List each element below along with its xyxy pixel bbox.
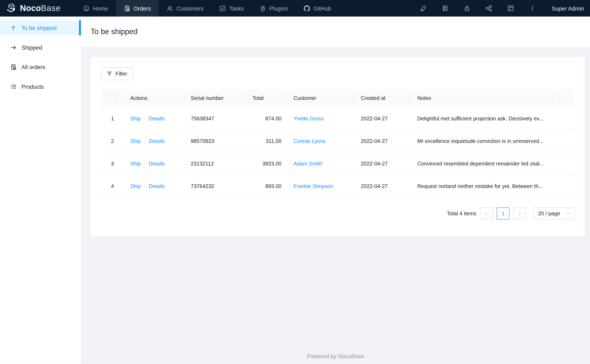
smile-icon — [83, 5, 90, 12]
column-header-created-at: Created at — [355, 89, 411, 107]
top-navigation: Home Orders — [75, 0, 339, 17]
pagination-page-1[interactable]: 1 — [497, 208, 510, 219]
row-serial-number: 98570923 — [185, 130, 246, 152]
customer-link[interactable]: Adam Smith — [293, 160, 322, 166]
table-row: 4 ShipDetails 73764232 893.00 Frankie Si… — [101, 175, 575, 197]
ship-link[interactable]: Ship — [130, 138, 141, 144]
arrow-right-icon — [10, 44, 17, 51]
page-header: To be shipped — [81, 17, 590, 47]
file-done-icon — [10, 64, 17, 70]
lock-icon[interactable] — [456, 0, 478, 17]
logo-text-base: Base — [41, 3, 61, 13]
row-actions: ShipDetails — [124, 152, 185, 175]
nocobase-logo-icon — [5, 3, 17, 14]
sidebar-item-shipped[interactable]: Shipped — [0, 40, 81, 55]
row-index: 1 — [101, 107, 124, 130]
ellipsis-vertical-icon[interactable] — [522, 0, 543, 17]
pagination: Total 4 items 1 — [101, 208, 575, 219]
nav-item-label: Customers — [176, 5, 204, 12]
row-created-at: 2022-04-27 — [355, 175, 411, 197]
arrow-up-icon — [10, 25, 17, 31]
sidebar-item-label: Products — [21, 83, 44, 90]
sidebar: To be shipped Shipped — [0, 17, 81, 364]
layout: To be shipped Shipped — [0, 17, 590, 364]
row-created-at: 2022-04-27 — [355, 107, 411, 130]
nav-item-label: Home — [93, 5, 108, 12]
table-row: 2 ShipDetails 98570923 311.00 Connie Lyo… — [101, 130, 575, 152]
sidebar-item-label: To be shipped — [21, 25, 57, 31]
select-all-checkbox[interactable] — [110, 95, 115, 101]
row-index: 2 — [101, 130, 124, 152]
nav-item-plugins[interactable]: Plugins — [252, 0, 296, 17]
row-actions: ShipDetails — [124, 175, 185, 197]
sidebar-item-products[interactable]: Products — [0, 79, 81, 94]
column-header-actions: Actions — [124, 89, 185, 107]
customer-link[interactable]: Frankie Simpson — [293, 183, 333, 189]
filter-button-label: Filter — [115, 71, 127, 77]
row-customer: Frankie Simpson — [288, 175, 355, 197]
details-link[interactable]: Details — [149, 183, 165, 189]
row-total: 893.00 — [246, 175, 288, 197]
app-window: NocoBase Home — [0, 0, 590, 364]
table-row: 1 ShipDetails 75638347 874.00 Yvette Gro… — [101, 107, 575, 130]
customer-link[interactable]: Connie Lyons — [293, 138, 326, 144]
sidebar-item-all-orders[interactable]: All orders — [0, 59, 81, 74]
nav-item-github[interactable]: GitHub — [296, 0, 339, 17]
pagination-next-button[interactable] — [513, 208, 526, 219]
pagination-total: Total 4 items — [447, 211, 476, 216]
details-link[interactable]: Details — [149, 115, 165, 121]
customer-link[interactable]: Yvette Gross — [293, 115, 324, 121]
nav-item-home[interactable]: Home — [75, 0, 116, 17]
nav-item-orders[interactable]: Orders — [116, 0, 159, 17]
row-created-at: 2022-04-27 — [355, 152, 411, 175]
details-link[interactable]: Details — [149, 138, 165, 144]
table-header-spacer — [559, 89, 575, 107]
column-header-total: Total — [246, 89, 288, 107]
topbar-tools — [412, 0, 544, 17]
row-total: 311.00 — [246, 130, 288, 152]
partition-icon[interactable] — [478, 0, 500, 17]
nav-item-label: Tasks — [229, 5, 244, 12]
row-spacer — [559, 107, 575, 130]
row-spacer — [559, 130, 575, 152]
column-header-customer: Customer — [288, 89, 355, 107]
row-total: 874.00 — [246, 107, 288, 130]
logo[interactable]: NocoBase — [0, 0, 75, 17]
team-icon — [167, 5, 173, 12]
highlighter-icon[interactable] — [412, 0, 434, 17]
row-total: 3923.00 — [246, 152, 288, 175]
unordered-list-icon — [10, 83, 17, 90]
row-notes: Mr excellence inquietude conviction is i… — [411, 130, 559, 152]
action-divider — [145, 138, 145, 143]
filter-icon — [107, 71, 112, 76]
row-serial-number: 23132112 — [185, 152, 246, 175]
layout-icon[interactable] — [500, 0, 522, 17]
ship-link[interactable]: Ship — [130, 115, 141, 121]
database-icon[interactable] — [434, 0, 456, 17]
nav-item-tasks[interactable]: Tasks — [212, 0, 252, 17]
sidebar-item-to-be-shipped[interactable]: To be shipped — [0, 20, 81, 35]
nav-item-label: Plugins — [269, 5, 288, 12]
page-size-select[interactable]: 20 / page — [533, 208, 575, 219]
row-actions: ShipDetails — [124, 107, 185, 130]
file-done-icon — [124, 5, 130, 12]
sidebar-item-label: All orders — [21, 64, 45, 70]
page-size-value: 20 / page — [538, 211, 560, 216]
row-index: 4 — [101, 175, 124, 197]
row-spacer — [559, 152, 575, 175]
ship-link[interactable]: Ship — [130, 183, 141, 189]
ship-link[interactable]: Ship — [130, 160, 141, 166]
chevron-down-icon — [566, 212, 570, 215]
nav-item-customers[interactable]: Customers — [159, 0, 212, 17]
row-serial-number: 73764232 — [185, 175, 246, 197]
row-customer: Connie Lyons — [288, 130, 355, 152]
row-serial-number: 75638347 — [185, 107, 246, 130]
row-index: 3 — [101, 152, 124, 175]
orders-table: Actions Serial number Total Customer Cre… — [101, 89, 575, 197]
pagination-prev-button[interactable] — [480, 208, 493, 219]
sidebar-item-label: Shipped — [21, 44, 42, 51]
github-icon — [304, 5, 310, 12]
filter-button[interactable]: Filter — [101, 67, 133, 80]
user-menu[interactable]: Super Admin — [544, 0, 590, 17]
details-link[interactable]: Details — [149, 160, 165, 166]
